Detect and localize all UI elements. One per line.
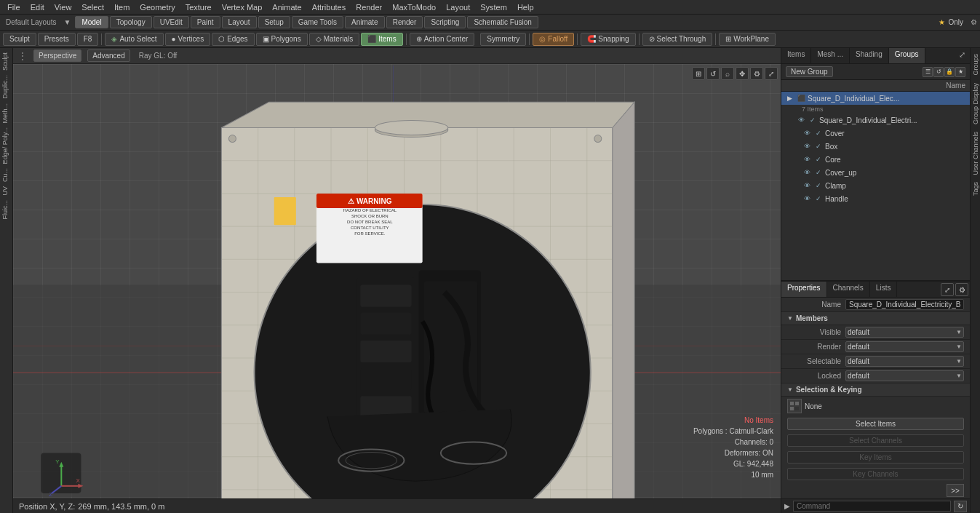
mode-game-tools[interactable]: Game Tools	[292, 16, 343, 28]
menu-render[interactable]: Render	[351, 1, 386, 13]
gl-info: GL: 942,448	[693, 458, 773, 469]
mode-layout[interactable]: Layout	[222, 16, 257, 28]
items-btn[interactable]: ⬛ Items	[361, 33, 402, 46]
snapping-btn[interactable]: 🧲 Snapping	[581, 33, 635, 46]
tree-item-5[interactable]: 👁 ✓ Clamp	[781, 179, 970, 192]
presets-btn[interactable]: Presets	[38, 33, 76, 46]
f8-btn[interactable]: F8	[77, 33, 99, 46]
tab-mesh[interactable]: Mesh ...	[811, 48, 850, 63]
menu-texture[interactable]: Texture	[181, 1, 216, 13]
menu-animate[interactable]: Animate	[268, 1, 306, 13]
vtab-group-display[interactable]: Group Display	[971, 80, 980, 127]
edges-btn[interactable]: ⬡ Edges	[212, 33, 254, 46]
viewport-zoom-btn[interactable]: ⌕	[721, 67, 734, 80]
viewport-expand-btn[interactable]: ⤢	[765, 67, 778, 80]
viewport-3d[interactable]: ⚠ WARNING HAZARD OF ELECTRICAL SHOCK OR …	[13, 64, 781, 498]
sculpt-btn[interactable]: Sculpt	[3, 33, 36, 46]
viewport-rotate-btn[interactable]: ↺	[706, 67, 720, 80]
menu-item[interactable]: Item	[110, 1, 134, 13]
tree-item-1[interactable]: 👁 ✓ Cover	[781, 127, 970, 140]
prop-expand-btn[interactable]: ⤢	[941, 283, 954, 296]
left-tab-edge-poly[interactable]: Edge/ Poly...	[1, 126, 12, 165]
viewport-pan-btn[interactable]: ✥	[736, 67, 749, 80]
menu-file[interactable]: File	[3, 1, 25, 13]
prop-visible-row: Visible default ▼	[781, 325, 970, 340]
materials-btn[interactable]: ◇ Materials	[309, 33, 360, 46]
mode-schematic[interactable]: Schematic Fusion	[467, 16, 538, 28]
viewport-fit-btn[interactable]: ⊞	[692, 67, 705, 80]
render-select[interactable]: default ▼	[845, 341, 964, 352]
polygons-btn[interactable]: ▣ Polygons	[256, 33, 308, 46]
arrow-btn[interactable]: >>	[947, 484, 964, 497]
new-group-btn[interactable]: New Group	[786, 66, 833, 77]
command-input[interactable]	[793, 501, 951, 512]
mode-render[interactable]: Render	[386, 16, 423, 28]
selectable-select[interactable]: default ▼	[845, 356, 964, 367]
vertices-btn[interactable]: ● Vertices	[165, 33, 211, 46]
left-tab-uv[interactable]: UV	[1, 185, 12, 197]
left-tab-meth[interactable]: Meth...	[1, 102, 12, 125]
prop-tab-channels[interactable]: Channels	[827, 282, 870, 297]
left-tab-sculpt[interactable]: Sculpt	[1, 51, 12, 72]
menu-view[interactable]: View	[50, 1, 76, 13]
mode-uvedit[interactable]: UVEdit	[154, 16, 189, 28]
name-input[interactable]	[845, 299, 964, 310]
command-refresh-btn[interactable]: ↻	[954, 501, 967, 512]
gear-icon[interactable]: ⚙	[971, 18, 977, 26]
menu-attributes[interactable]: Attributes	[308, 1, 350, 13]
tab-groups[interactable]: Groups	[889, 48, 925, 63]
groups-icon-3[interactable]: 🔒	[944, 67, 955, 77]
prop-tab-properties[interactable]: Properties	[781, 282, 827, 297]
expand-right-panel[interactable]: ⤢	[955, 48, 970, 63]
auto-select-btn[interactable]: ◈ Auto Select	[105, 33, 163, 46]
locked-select[interactable]: default ▼	[845, 370, 964, 381]
grid-icon[interactable]	[787, 399, 802, 413]
advanced-tab[interactable]: Advanced	[87, 49, 130, 62]
select-items-btn[interactable]: Select Items	[787, 418, 964, 430]
menu-geometry[interactable]: Geometry	[135, 1, 179, 13]
vtab-user-channels[interactable]: User Channels	[971, 129, 980, 178]
tree-item-0[interactable]: 👁 ✓ Square_D_Individual_Electri...	[781, 114, 970, 127]
tree-item-3[interactable]: 👁 ✓ Core	[781, 153, 970, 166]
mode-model[interactable]: Model	[75, 16, 108, 28]
visible-select[interactable]: default ▼	[845, 327, 964, 338]
viewport-settings-btn[interactable]: ⚙	[750, 67, 763, 80]
left-tab-cu[interactable]: Cu...	[1, 167, 12, 183]
symmetry-btn[interactable]: Symmetry	[480, 33, 526, 46]
left-tab-fluid[interactable]: Fluic...	[1, 199, 12, 221]
menu-vertex-map[interactable]: Vertex Map	[218, 1, 267, 13]
groups-icon-4[interactable]: ★	[955, 67, 965, 77]
vtab-tags[interactable]: Tags	[971, 179, 980, 199]
mode-paint[interactable]: Paint	[191, 16, 220, 28]
svg-text:CONTACT UTILITY: CONTACT UTILITY	[351, 226, 389, 230]
menu-layout[interactable]: Layout	[442, 1, 474, 13]
tree-item-6[interactable]: 👁 ✓ Handle	[781, 192, 970, 205]
tree-item-4[interactable]: 👁 ✓ Cover_up	[781, 166, 970, 179]
vtab-groups[interactable]: Groups	[971, 51, 980, 79]
action-center-btn[interactable]: ⊕ Action Center	[410, 33, 475, 46]
workplane-btn[interactable]: ⊞ WorkPlane	[719, 33, 776, 46]
prop-tab-lists[interactable]: Lists	[870, 282, 898, 297]
tab-shading[interactable]: Shading	[850, 48, 889, 63]
tab-items[interactable]: Items	[781, 48, 811, 63]
mode-topology[interactable]: Topology	[110, 16, 152, 28]
menu-edit[interactable]: Edit	[26, 1, 49, 13]
groups-icon-1[interactable]: ☰	[923, 67, 933, 77]
mode-animate[interactable]: Animate	[345, 16, 385, 28]
prop-settings-btn[interactable]: ⚙	[955, 283, 968, 296]
select-through-btn[interactable]: ⊘ Select Through	[642, 33, 713, 46]
menu-system[interactable]: System	[476, 1, 511, 13]
layout-selector[interactable]: Default Layouts	[3, 18, 60, 26]
mode-setup[interactable]: Setup	[258, 16, 290, 28]
perspective-tab[interactable]: Perspective	[33, 49, 81, 62]
menu-select[interactable]: Select	[77, 1, 108, 13]
groups-icon-2[interactable]: ↺	[933, 67, 944, 77]
mode-scripting[interactable]: Scripting	[424, 16, 466, 28]
falloff-btn[interactable]: ◎ Falloff	[533, 33, 574, 46]
properties-panel: Properties Channels Lists ⤢ ⚙ Name ▼ Mem	[781, 280, 970, 498]
tree-item-2[interactable]: 👁 ✓ Box	[781, 140, 970, 153]
menu-max-to-modo[interactable]: MaxToModo	[388, 1, 440, 13]
left-tab-duplic[interactable]: Duplic...	[1, 73, 12, 100]
menu-help[interactable]: Help	[513, 1, 538, 13]
tree-root-item[interactable]: ▶ ⬛ Square_D_Individual_Elec...	[781, 92, 970, 105]
